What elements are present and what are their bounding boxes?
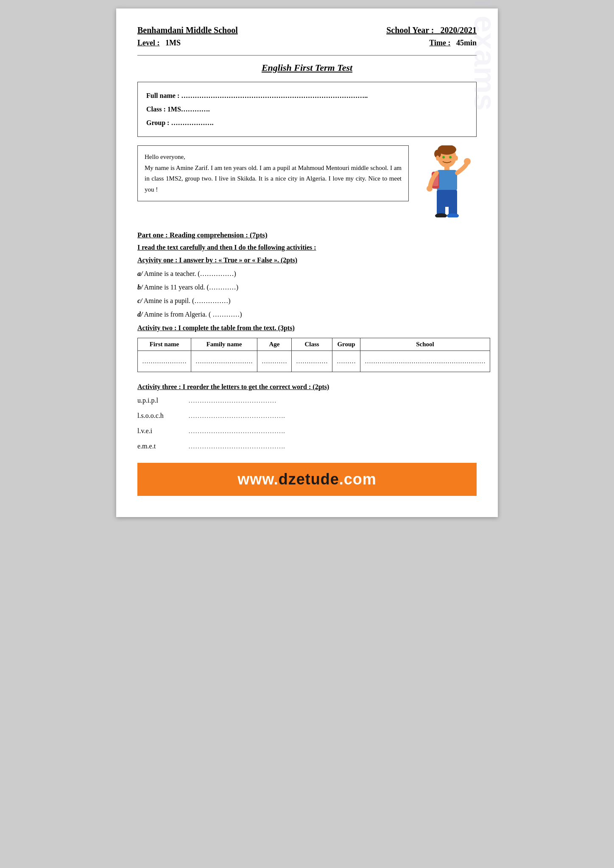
part-one-instruction: I read the text carefully and then I do … [137,244,477,251]
group-label: Group : [146,119,169,126]
part-one-header: Part one : Reading comprehension : (7pts… [137,231,477,239]
cell-school: ………………………………………………… [360,351,490,372]
level-row: Level : 1MS Time : 45min [137,39,477,47]
scrambled-word-3: l.v.e.i [137,427,188,435]
svg-point-4 [449,156,452,159]
full-name-dots: ……………………………………………………………………….. [181,92,368,99]
reorder-item-3: l.v.e.i ……………………………………. [137,427,477,435]
page: education exams Benhamdani Middle School… [116,8,498,517]
svg-point-5 [436,156,439,161]
cartoon-boy-svg [421,145,472,217]
class-line: Class : 1MS…………. [146,103,468,116]
tf-letter-c: c/ [137,297,142,304]
full-name-label: Full name : [146,92,179,99]
tf-item-d: d/ Amine is from Algeria. ( …………) [137,311,477,318]
reorder-item-4: e.m.e.t ……………………………………. [137,442,477,450]
website-text: www.dzetude.com [137,470,477,488]
tf-item-a: a/ Amine is a teacher. (……………) [137,270,477,278]
character-image [417,145,477,222]
col-first-name: First name [138,338,191,351]
scrambled-word-2: l.s.o.o.c.h [137,412,188,420]
activity-one-header: Acyivity one : I answer by : « True » or… [137,256,477,264]
table-row: ………………… ……………………… ………… …………… ……… …………………… [138,351,490,372]
header: Benhamdani Middle School School Year : 2… [137,25,477,35]
passage-greeting: Hello everyone, [145,152,402,163]
scrambled-word-4: e.m.e.t [137,442,188,450]
svg-rect-8 [437,170,457,191]
tf-letter-a: a/ [137,270,142,277]
tf-text-d: Amine is from Algeria. ( …………) [144,311,242,318]
answer-line-3: ……………………………………. [188,427,477,435]
school-year-label: School Year : [386,25,434,35]
tf-text-b: Amine is 11 years old. (…………) [144,284,238,291]
tf-item-c: c/ Amine is a pupil. (……………) [137,297,477,305]
reorder-item-2: l.s.o.o.c.h ……………………………………. [137,412,477,420]
level-value: 1MS [165,39,181,47]
col-school: School [360,338,490,351]
answer-line-1: ………………………………… [188,397,477,404]
footer-banner: www.dzetude.com [137,463,477,496]
complete-table: First name Family name Age Class Group S… [137,338,490,372]
com-span: .com [339,470,377,488]
student-info-box: Full name : ……………………………………………………………………….… [137,82,477,137]
level-text: Level : 1MS [137,39,181,47]
class-value: 1MS…………. [167,106,210,113]
svg-point-3 [442,156,445,159]
svg-point-11 [464,158,471,165]
col-family-name: Family name [191,338,257,351]
dzetude-span: dzetude [279,470,339,488]
level-label: Level : [137,39,159,47]
reorder-items-list: u.p.i.p.l ………………………………… l.s.o.o.c.h …………… [137,397,477,450]
cell-first-name: ………………… [138,351,191,372]
tf-text-c: Amine is a pupil. (……………) [144,297,231,304]
svg-point-6 [455,156,458,161]
school-name: Benhamdani Middle School [137,25,238,35]
activity-three-header: Activity three : I reorder the letters t… [137,383,477,391]
col-age: Age [257,338,292,351]
passage-section: Hello everyone, My name is Amine Zarif. … [137,145,477,222]
cell-class: …………… [292,351,332,372]
svg-point-12 [427,186,433,192]
tf-items-list: a/ Amine is a teacher. (……………) b/ Amine … [137,270,477,318]
school-year-block: School Year : 2020/2021 [386,25,477,35]
header-divider [137,55,477,56]
activity-two-header: Activity two : I complete the table from… [137,324,477,332]
time-value: 45min [456,39,477,47]
full-name-line: Full name : ……………………………………………………………………….… [146,89,468,103]
school-year-value: 2020/2021 [440,25,477,35]
tf-text-a: Amine is a teacher. (……………) [144,270,236,277]
cell-group: ……… [332,351,360,372]
time-text: Time : 45min [429,39,477,47]
col-group: Group [332,338,360,351]
answer-line-2: ……………………………………. [188,412,477,420]
test-title: English First Term Test [137,62,477,73]
answer-line-4: ……………………………………. [188,442,477,450]
class-label: Class : [146,106,166,113]
passage-text: My name is Amine Zarif. I am ten years o… [145,163,402,195]
col-class: Class [292,338,332,351]
group-line: Group : ………………. [146,116,468,130]
scrambled-word-1: u.p.i.p.l [137,397,188,404]
cell-age: ………… [257,351,292,372]
cell-family-name: ……………………… [191,351,257,372]
tf-letter-b: b/ [137,284,142,291]
group-value: ………………. [171,119,213,126]
tf-letter-d: d/ [137,311,142,318]
time-label: Time : [429,39,450,47]
www-span: www. [237,470,279,488]
reorder-item-1: u.p.i.p.l ………………………………… [137,397,477,404]
tf-item-b: b/ Amine is 11 years old. (…………) [137,284,477,291]
passage-box: Hello everyone, My name is Amine Zarif. … [137,145,409,201]
